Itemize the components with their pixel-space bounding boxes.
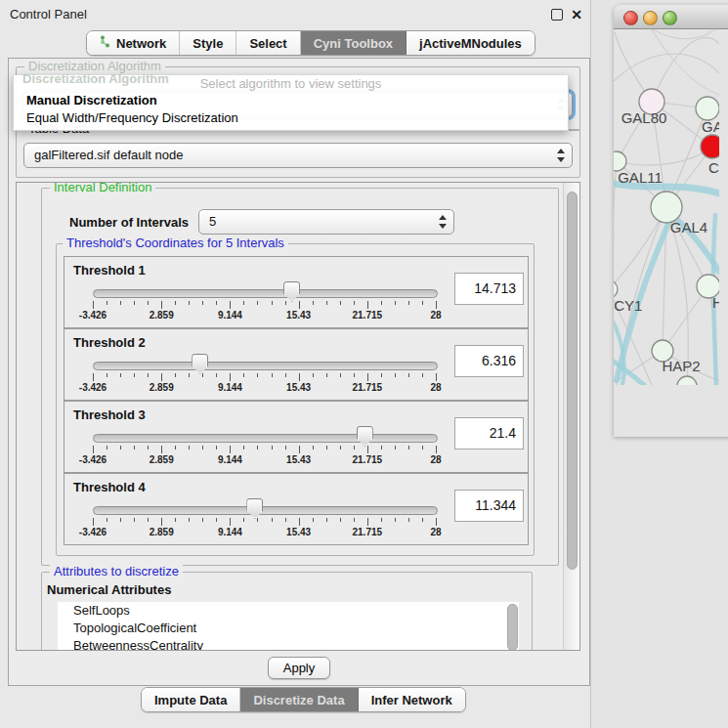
threshold-value-field[interactable]: 11.344	[454, 490, 524, 522]
combo-arrows-icon	[556, 148, 564, 163]
slider-tick	[326, 301, 327, 305]
slider-tick-label: 2.859	[132, 382, 191, 393]
threshold-value-field[interactable]: 6.316	[454, 345, 524, 377]
attribute-item-betweennesscentrality[interactable]: BetweennessCentrality	[58, 637, 519, 651]
slider-handle[interactable]	[283, 281, 300, 302]
slider-tick	[354, 446, 355, 450]
slider-tick	[408, 301, 409, 305]
tab-select[interactable]: Select	[236, 31, 300, 55]
float-window-icon[interactable]	[551, 9, 563, 21]
slider-tick	[161, 518, 162, 526]
tab-network[interactable]: Network	[87, 31, 180, 55]
slider-track[interactable]	[93, 506, 438, 515]
slider-tick	[148, 373, 149, 377]
slider-tick	[216, 301, 217, 305]
slider-tick-label: 9.144	[200, 454, 259, 465]
slider-tick	[148, 518, 149, 522]
num-intervals-combo[interactable]: 5	[198, 209, 454, 235]
attributes-list[interactable]: SelfLoopsTopologicalCoefficientBetweenne…	[58, 602, 519, 651]
scrollbar-thumb[interactable]	[567, 192, 578, 570]
slider-tick-label: 28	[407, 382, 465, 393]
slider-tick	[354, 518, 355, 522]
popup-item-list: Manual DiscretizationEqual Width/Frequen…	[14, 92, 568, 127]
slider-tick	[189, 373, 190, 377]
tab-label: Style	[193, 36, 223, 51]
slider-tick	[354, 301, 355, 305]
slider-tick	[408, 518, 409, 522]
slider-track[interactable]	[93, 434, 438, 443]
tab-impute-data[interactable]: Impute Data	[142, 688, 240, 711]
apply-button[interactable]: Apply	[268, 657, 330, 679]
slider-tick-label: -3.426	[64, 310, 122, 321]
slider-tick	[422, 301, 423, 305]
threshold-value-field[interactable]: 21.4	[454, 417, 524, 450]
network-window-titlebar[interactable]	[614, 5, 728, 29]
table-data-combo[interactable]: galFiltered.sif default node	[23, 143, 573, 168]
slider-handle[interactable]	[246, 498, 263, 519]
slider-tick	[326, 373, 327, 377]
slider-tick	[243, 446, 244, 450]
slider-tick	[175, 518, 176, 522]
slider-tick-label: 15.43	[270, 527, 328, 537]
network-canvas[interactable]: GAL80GACGAL11GAL4HGCY1HAP2	[614, 5, 728, 388]
network-node-label: GA	[702, 118, 719, 135]
tab-cyni-toolbox[interactable]: Cyni Toolbox	[301, 31, 407, 55]
slider-tick	[134, 446, 135, 450]
slider-tick	[367, 373, 368, 381]
slider-tick	[381, 301, 382, 305]
slider-tick	[93, 518, 94, 526]
network-edge[interactable]	[652, 37, 719, 102]
slider-tick	[272, 301, 273, 305]
table-data-group: Table Data galFiltered.sif default node	[16, 129, 580, 178]
slider-tick	[189, 301, 190, 305]
attribute-item-topologicalcoefficient[interactable]: TopologicalCoefficient	[58, 620, 519, 637]
network-edge[interactable]	[614, 161, 617, 241]
interval-definition-group: Interval Definition Number of Intervals …	[41, 188, 559, 566]
network-node-gcy1[interactable]	[614, 280, 618, 298]
network-node-c[interactable]	[701, 135, 719, 158]
attribute-items: SelfLoopsTopologicalCoefficientBetweenne…	[58, 602, 519, 651]
slider-tick	[230, 373, 231, 381]
traffic-light-minimize[interactable]	[643, 11, 658, 25]
close-icon[interactable]: ✕	[571, 0, 582, 29]
network-node-ga[interactable]	[696, 97, 719, 120]
slider-tick-label: 15.43	[270, 382, 328, 393]
network-node-label: GCY1	[614, 297, 642, 314]
tab-discretize-data[interactable]: Discretize Data	[240, 688, 358, 711]
slider-tick	[381, 446, 382, 450]
tab-infer-network[interactable]: Infer Network	[359, 688, 465, 711]
slider-tick	[216, 518, 217, 522]
tab-label: Impute Data	[154, 693, 227, 707]
attribute-item-selfloops[interactable]: SelfLoops	[58, 602, 519, 620]
threshold-value-field[interactable]: 14.713	[454, 273, 524, 305]
attributes-scrollbar[interactable]	[507, 604, 518, 651]
slider-handle[interactable]	[357, 426, 373, 447]
settings-scrollbar[interactable]	[563, 183, 579, 650]
slider-tick	[340, 301, 341, 305]
slider-handle[interactable]	[192, 354, 208, 374]
network-icon	[100, 35, 111, 51]
num-intervals-label: Number of Intervals	[69, 215, 189, 230]
slider-tick	[340, 518, 341, 522]
slider-tick	[93, 446, 94, 453]
tab-jactivemnodules[interactable]: jActiveMNodules	[407, 31, 535, 55]
threshold-panel-3: Threshold 3-3.4262.8599.14415.4321.71528…	[64, 401, 529, 473]
slider-tick-label: 21.715	[338, 382, 397, 393]
slider-track[interactable]	[93, 289, 438, 298]
network-node[interactable]	[677, 376, 697, 385]
popup-item-equal-width-frequency-discretization[interactable]: Equal Width/Frequency Discretization	[14, 109, 568, 127]
traffic-light-zoom[interactable]	[663, 11, 677, 25]
tab-style[interactable]: Style	[180, 31, 236, 55]
traffic-light-close[interactable]	[623, 11, 638, 25]
tab-label: Select	[249, 36, 286, 51]
popup-item-manual-discretization[interactable]: Manual Discretization	[14, 92, 568, 109]
slider-tick	[120, 373, 121, 377]
slider-track[interactable]	[93, 362, 438, 370]
slider-tick	[436, 373, 437, 381]
slider-tick	[257, 446, 258, 450]
network-edge[interactable]	[617, 147, 712, 165]
slider-tick	[189, 518, 190, 522]
threshold-label: Threshold 4	[73, 480, 146, 494]
slider-tick	[216, 446, 217, 450]
threshold-label: Threshold 2	[73, 335, 146, 350]
